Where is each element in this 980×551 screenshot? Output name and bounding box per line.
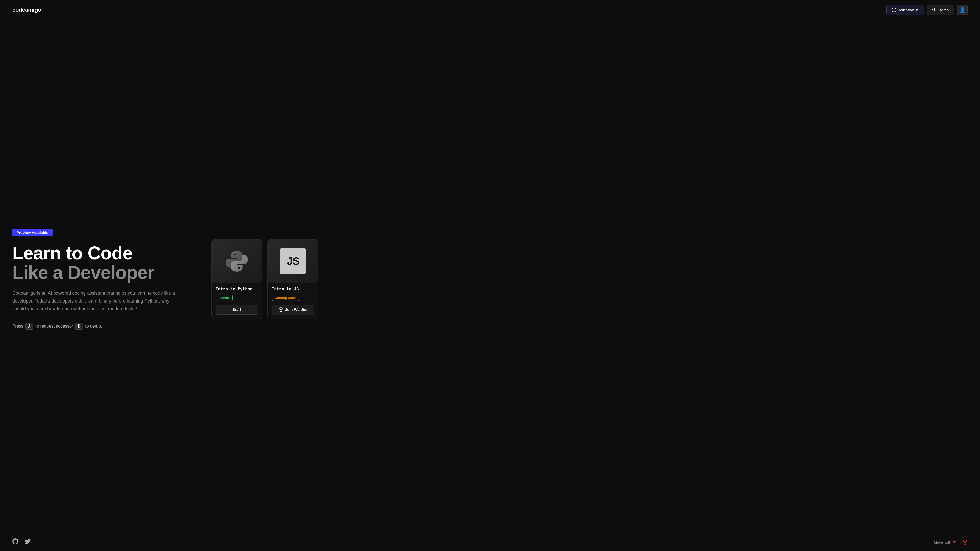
- start-button[interactable]: Start: [216, 305, 258, 314]
- python-card-body: Intro to Python Enroll Start: [212, 283, 262, 319]
- key-a: A: [25, 323, 33, 330]
- in-text: in: [958, 540, 961, 545]
- twitter-icon: [24, 538, 30, 545]
- preview-badge: Preview Available: [12, 229, 52, 237]
- js-course-card: JS Intro to JS Coming Soon + Join Waitli…: [267, 239, 318, 319]
- hero-title: Learn to Code Like a Developer: [12, 244, 191, 282]
- js-card-actions: + Join Waitlist: [272, 305, 314, 315]
- js-card-badges: Coming Soon: [272, 295, 314, 301]
- github-link[interactable]: [12, 538, 18, 546]
- footer-social: [12, 538, 30, 546]
- press-d-action: to demo.: [85, 324, 102, 329]
- js-card-body: Intro to JS Coming Soon + Join Waitlist: [268, 283, 318, 319]
- demo-button[interactable]: 👁 Demo: [927, 5, 954, 15]
- js-card-image: JS: [268, 240, 318, 283]
- key-d: D: [75, 323, 83, 330]
- js-logo-icon: JS: [280, 248, 306, 274]
- cards-area: Intro to Python Enroll Start JS Intro to…: [211, 239, 318, 319]
- github-icon: [12, 538, 18, 545]
- enroll-badge: Enroll: [216, 295, 233, 301]
- eye-icon: 👁: [932, 8, 936, 12]
- claw-icon: 🦞: [962, 539, 968, 545]
- python-card-title: Intro to Python: [216, 287, 258, 292]
- logo: codeamigo: [12, 6, 41, 13]
- python-card-badges: Enroll: [216, 295, 258, 301]
- press-line: Press A to request accessor D to demo.: [12, 323, 191, 330]
- plus-icon: +: [279, 307, 283, 312]
- hero-description: Codeamigo is an AI powered coding assist…: [12, 289, 176, 313]
- hero-section: Preview Available Learn to Code Like a D…: [12, 229, 191, 330]
- python-card-image: [212, 240, 262, 283]
- heart-icon: ❤: [953, 540, 956, 545]
- made-with-text: Made with: [934, 540, 951, 545]
- user-icon: 👤: [959, 7, 966, 13]
- coming-soon-badge: Coming Soon: [272, 295, 299, 301]
- js-waitlist-button[interactable]: + Join Waitlist: [272, 305, 314, 315]
- python-logo-icon: [224, 248, 250, 274]
- svg-point-1: [238, 267, 240, 268]
- press-label: Press: [12, 324, 23, 329]
- footer-made-with: Made with ❤ in 🦞: [934, 539, 968, 545]
- twitter-link[interactable]: [24, 538, 30, 546]
- python-card-actions: Start: [216, 305, 258, 314]
- python-course-card: Intro to Python Enroll Start: [211, 239, 262, 319]
- join-waitlist-button[interactable]: + Join Waitlist: [886, 5, 924, 15]
- svg-point-0: [234, 254, 235, 256]
- plus-circle-icon: +: [892, 8, 896, 12]
- press-a-action: to request accessor: [35, 324, 73, 329]
- avatar-button[interactable]: 👤: [957, 5, 968, 15]
- header-actions: + Join Waitlist 👁 Demo 👤: [886, 5, 968, 15]
- js-card-title: Intro to JS: [272, 287, 314, 292]
